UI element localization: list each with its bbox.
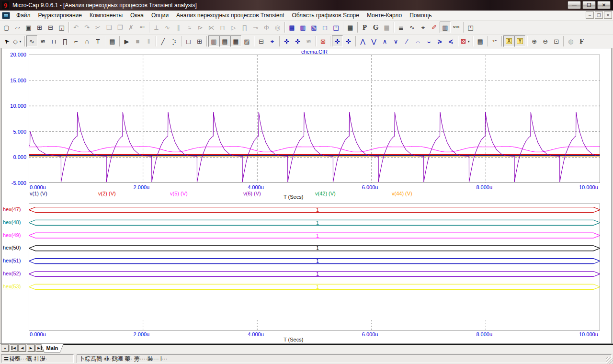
pause-button[interactable]: ‖ [143,35,154,47]
buffer-button[interactable]: ▷ [228,22,239,33]
tile-vertical-button[interactable]: ▥ [297,22,308,33]
menu-6[interactable]: Область графиков Scope [288,11,363,20]
properties-button[interactable]: ▤ [107,35,118,47]
overlap-window-button[interactable]: ◳ [330,22,341,33]
waveform-buffer-button[interactable]: ∿ [407,22,418,33]
vertical-tag-button[interactable]: ✜ [281,35,292,47]
select-box-button[interactable]: ◻ [183,35,194,47]
calculator-button[interactable]: ▦ [345,22,356,33]
close-button[interactable]: ✕ [597,1,611,9]
legend-v1V[interactable]: v(1) (V) [30,191,47,196]
font-tool-button[interactable]: F [576,35,587,47]
go-label-button[interactable]: G [370,22,381,33]
tab-main[interactable]: Main [41,344,64,353]
analysis-plot-button[interactable]: ▥ [440,22,451,33]
trace-label-hex50[interactable]: hex(50) [3,245,21,250]
trace-label-hex51[interactable]: hex(51) [3,258,21,263]
maximize-window-button[interactable]: ◻ [319,22,330,33]
diode-button[interactable]: ⊳ [195,22,206,33]
p-key-button[interactable]: 'P' [489,35,500,47]
select-all-button[interactable]: All [136,22,148,33]
analog-plot-area[interactable] [29,55,600,183]
line-tool-button[interactable]: ╱ [158,35,169,47]
prev-page-button[interactable]: ◀ [18,344,26,352]
pan-mode-button[interactable]: ⊓ [48,35,59,47]
monte-carlo-tool-button[interactable]: ⚄▼ [460,35,471,47]
scope-window-button[interactable]: ◰ [465,22,476,33]
watch-list-button[interactable]: ≣ [396,22,407,33]
go-rise-button[interactable]: ∧ [379,35,390,47]
delete-button[interactable]: ✗ [125,22,136,33]
shape-picker-button[interactable]: ◇▼ [12,35,23,47]
capacitor-button[interactable]: ∥ [173,22,184,33]
cursor-left-button[interactable]: ✜ [332,35,343,47]
legend-v2V[interactable]: v(2) (V) [98,191,116,196]
mdi-close-button[interactable]: ✕ [604,11,612,19]
sine-source-button[interactable]: ∿ [162,22,173,33]
mdi-restore-button[interactable]: ❐ [595,11,603,19]
run-button[interactable]: ▶ [121,35,132,47]
numeric-output-button[interactable]: ▤ [475,35,486,47]
legend-v5V[interactable]: v(5) (V) [170,191,188,196]
zoom-region-button[interactable]: ⊡ [551,35,562,47]
menu-1[interactable]: Редактирование [34,11,86,20]
go-peak-button[interactable]: ⋀ [357,35,368,47]
mdi-minimize-button[interactable]: – [586,11,594,19]
new-button[interactable]: ▢ [1,22,12,33]
point-tag-button[interactable]: P [359,22,370,33]
zoom-out-button[interactable]: ⊖ [540,35,551,47]
limits-mode-button[interactable]: ⌐ [70,35,81,47]
dotted-line-tool-button[interactable]: ⡱ [169,35,180,47]
logic-gate-button[interactable]: ⊓ [217,22,228,33]
trace-label-hex52[interactable]: hex(52) [3,271,21,276]
animate-probe-button[interactable]: ✐ [429,22,440,33]
open-button[interactable]: ▱ [12,22,23,33]
stop-button[interactable]: ■ [132,35,143,47]
cut-button[interactable]: ✂ [92,22,103,33]
save-button[interactable]: ▣ [23,22,34,33]
legend-v42V[interactable]: v(42) (V) [315,191,336,196]
go-fall-button[interactable]: ∨ [390,35,401,47]
go-low-button[interactable]: ⌣ [423,35,434,47]
waveform-pair-button[interactable]: ≋ [37,35,48,47]
first-page-button[interactable]: ◀ [10,344,18,352]
scope-xy-window-button[interactable]: ⊠ [318,35,329,47]
transistor-button[interactable]: ⋉ [206,22,217,33]
y-scale-button[interactable]: Y [514,35,525,47]
grid-dense-button[interactable]: ▦ [230,35,241,47]
state-variables-button[interactable]: VID [451,22,462,33]
select-arrow-button[interactable]: ➤ [1,35,12,47]
legend-v44V[interactable]: v(44) (V) [392,191,412,196]
restore-button[interactable]: ❐ [582,1,596,9]
horizontal-tag-button[interactable]: ✜ [292,35,303,47]
smoothing-button[interactable]: ◍ [565,35,576,47]
go-slope-button[interactable]: ∕ [401,35,412,47]
phase-source-button[interactable]: Φ [261,22,272,33]
scope-curve-button[interactable]: ∿ [26,35,37,47]
menu-8[interactable]: Помощь [406,11,435,20]
menu-2[interactable]: Компоненты [86,11,126,20]
print-button[interactable]: ⊟ [45,22,56,33]
page-list-button[interactable]: ▼ [1,344,9,352]
legend-v6V[interactable]: v(6) (V) [243,191,261,196]
digital-plot-area[interactable]: 1111111 [29,204,600,330]
grid-dotted-button[interactable]: ▨ [241,35,252,47]
cascade-button[interactable]: ▧ [308,22,319,33]
go-high-button[interactable]: ⌢ [412,35,423,47]
trace-dim-button[interactable]: ≋ [303,35,314,47]
menu-3[interactable]: Окна [126,11,148,20]
resize-grip[interactable] [606,357,613,364]
cursor-right-button[interactable]: ✜ [343,35,354,47]
text-mode-button[interactable]: T [92,35,103,47]
x-scale-button[interactable]: X [503,35,514,47]
connector-button[interactable]: ⊸ [250,22,261,33]
next-page-button[interactable]: ▶ [27,344,35,352]
global-high-button[interactable]: ≽ [434,35,445,47]
grid-vertical-button[interactable]: ▥ [208,35,219,47]
tile-horizontal-button[interactable]: ▤ [286,22,297,33]
pulse-source-button[interactable]: ∏ [239,22,250,33]
print-preview-button[interactable]: ◲ [56,22,67,33]
step-mode-button[interactable]: ∏ [59,35,70,47]
global-low-button[interactable]: ≼ [445,35,456,47]
grid-toggle-button[interactable]: ⊞ [194,35,205,47]
